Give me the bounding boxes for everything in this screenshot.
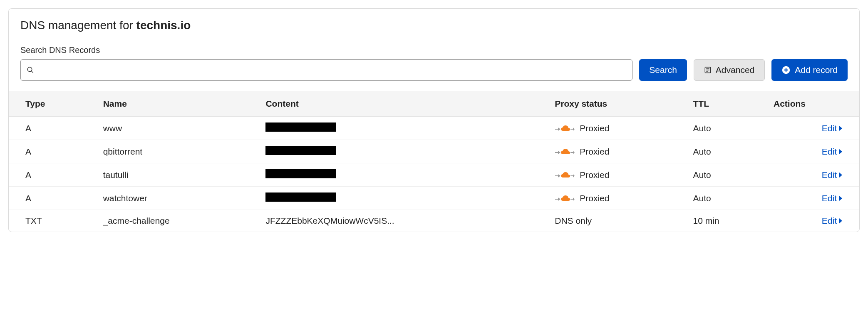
redacted-content <box>265 169 336 178</box>
cell-ttl: Auto <box>687 140 767 163</box>
table-row: AqbittorrentProxiedAutoEdit <box>9 140 859 163</box>
proxy-status-text: Proxied <box>580 147 609 157</box>
dns-panel: DNS management for technis.io Search DNS… <box>8 8 860 232</box>
proxy-status-text: DNS only <box>555 216 592 226</box>
search-box[interactable] <box>20 59 632 81</box>
search-label: Search DNS Records <box>20 45 848 55</box>
svg-marker-20 <box>558 174 560 178</box>
edit-button[interactable]: Edit <box>822 147 843 157</box>
chevron-right-icon <box>838 218 843 224</box>
table-row: AtautulliProxiedAutoEdit <box>9 163 859 187</box>
cell-type: A <box>9 140 97 163</box>
edit-label: Edit <box>822 123 837 133</box>
col-type: Type <box>9 91 97 117</box>
cell-actions: Edit <box>767 140 859 163</box>
cell-name: qbittorrent <box>97 140 259 163</box>
svg-marker-28 <box>839 196 842 201</box>
proxy-status-text: Proxied <box>580 123 609 133</box>
advanced-button[interactable]: Advanced <box>694 59 765 81</box>
cell-ttl: Auto <box>687 187 767 210</box>
svg-marker-10 <box>558 128 560 131</box>
cell-name: watchtower <box>97 187 259 210</box>
redacted-content <box>265 146 336 155</box>
cloud-proxied-icon <box>555 193 575 203</box>
table-row: AwatchtowerProxiedAutoEdit <box>9 187 859 210</box>
cell-type: A <box>9 163 97 187</box>
controls-row: Search Advanced Add record <box>20 59 848 81</box>
add-record-button[interactable]: Add record <box>771 59 848 81</box>
svg-marker-18 <box>839 149 842 154</box>
cell-proxy: Proxied <box>548 187 686 210</box>
cell-content <box>259 187 548 210</box>
edit-label: Edit <box>822 147 837 157</box>
cell-proxy: Proxied <box>548 163 686 187</box>
cell-content <box>259 163 548 187</box>
cloud-proxied-icon <box>555 170 575 180</box>
cloud-proxied-icon <box>555 147 575 157</box>
cell-actions: Edit <box>767 117 859 140</box>
redacted-content <box>265 192 336 202</box>
chevron-right-icon <box>838 125 843 131</box>
svg-marker-29 <box>839 218 842 223</box>
cell-name: tautulli <box>97 163 259 187</box>
svg-point-0 <box>27 67 32 72</box>
cell-content <box>259 117 548 140</box>
cell-name: _acme-challenge <box>97 210 259 232</box>
cell-type: A <box>9 117 97 140</box>
cell-content: JFZZZEbbKeXQMuiowWcV5IS... <box>259 210 548 232</box>
list-icon <box>704 66 712 74</box>
cell-ttl: Auto <box>687 163 767 187</box>
plus-circle-icon <box>781 65 791 75</box>
cell-proxy: DNS only <box>548 210 686 232</box>
chevron-right-icon <box>838 172 843 178</box>
svg-marker-27 <box>573 198 575 201</box>
edit-button[interactable]: Edit <box>822 193 843 203</box>
svg-marker-17 <box>573 151 575 154</box>
page-title: DNS management for technis.io <box>20 19 848 32</box>
table-row: TXT_acme-challengeJFZZZEbbKeXQMuiowWcV5I… <box>9 210 859 232</box>
cell-proxy: Proxied <box>548 117 686 140</box>
title-prefix: DNS management for <box>20 19 136 32</box>
col-actions: Actions <box>767 91 859 117</box>
svg-line-1 <box>31 71 33 73</box>
cell-actions: Edit <box>767 163 859 187</box>
title-domain: technis.io <box>136 19 191 32</box>
cell-ttl: Auto <box>687 117 767 140</box>
chevron-right-icon <box>838 149 843 155</box>
redacted-content <box>265 122 336 132</box>
cell-type: A <box>9 187 97 210</box>
svg-marker-25 <box>558 198 560 201</box>
chevron-right-icon <box>838 195 843 201</box>
search-button[interactable]: Search <box>639 59 687 81</box>
cell-type: TXT <box>9 210 97 232</box>
svg-marker-13 <box>839 126 842 131</box>
search-input[interactable] <box>38 65 626 75</box>
panel-header: DNS management for technis.io Search DNS… <box>9 19 859 81</box>
cell-content <box>259 140 548 163</box>
col-ttl: TTL <box>687 91 767 117</box>
svg-marker-12 <box>573 128 575 131</box>
cell-actions: Edit <box>767 210 859 232</box>
edit-label: Edit <box>822 193 837 203</box>
add-record-label: Add record <box>795 65 838 75</box>
cell-ttl: 10 min <box>687 210 767 232</box>
table-row: AwwwProxiedAutoEdit <box>9 117 859 140</box>
cell-name: www <box>97 117 259 140</box>
proxy-status-text: Proxied <box>580 170 609 180</box>
edit-button[interactable]: Edit <box>822 170 843 180</box>
col-proxy: Proxy status <box>548 91 686 117</box>
edit-label: Edit <box>822 216 837 226</box>
dns-table: Type Name Content Proxy status TTL Actio… <box>9 91 859 232</box>
proxy-status-text: Proxied <box>580 193 609 203</box>
edit-label: Edit <box>822 170 837 180</box>
cell-proxy: Proxied <box>548 140 686 163</box>
svg-marker-23 <box>839 172 842 178</box>
cell-actions: Edit <box>767 187 859 210</box>
col-name: Name <box>97 91 259 117</box>
svg-marker-15 <box>558 151 560 154</box>
edit-button[interactable]: Edit <box>822 216 843 226</box>
edit-button[interactable]: Edit <box>822 123 843 133</box>
cloud-proxied-icon <box>555 123 575 133</box>
search-icon <box>27 66 34 74</box>
col-content: Content <box>259 91 548 117</box>
